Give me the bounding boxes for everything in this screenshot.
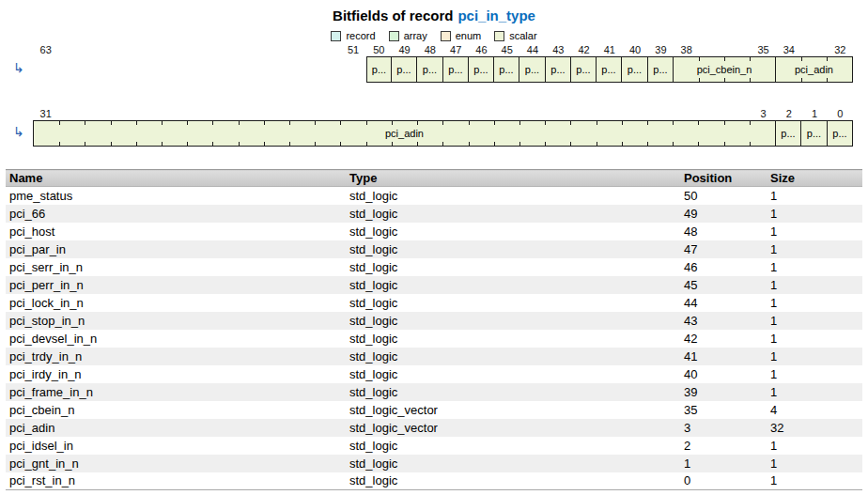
- table-row: pci_lock_in_nstd_logic441: [6, 294, 862, 312]
- bit-tick: [289, 142, 290, 146]
- cell-size: 1: [767, 258, 862, 276]
- bit-tick: [494, 142, 495, 146]
- bit-tick: [622, 121, 623, 125]
- cell-name: pci_perr_in_n: [6, 276, 346, 294]
- bitfield-cell: p...: [596, 56, 622, 83]
- bitfield-cell-label: p...: [576, 64, 590, 75]
- bit-tick: [136, 121, 137, 125]
- table-row: pci_irdy_in_nstd_logic401: [6, 365, 862, 383]
- bit-tick: [750, 121, 751, 125]
- bitfield-cell-label: p...: [396, 64, 411, 75]
- cell-position: 47: [680, 240, 767, 258]
- bitfield-cell: p...: [800, 120, 828, 147]
- bitfield-cell-label: pci_adin: [795, 64, 833, 75]
- bit-number: 34: [770, 44, 808, 55]
- cell-name: pci_gnt_in_n: [6, 455, 346, 472]
- cell-name: pci_66: [6, 205, 346, 223]
- bit-tick: [239, 142, 240, 146]
- cell-type: std_logic: [346, 187, 680, 205]
- bit-tick: [264, 121, 265, 125]
- page-title: Bitfields of recordpci_in_type: [0, 0, 868, 24]
- bitfield-cell: pci_adin: [33, 120, 776, 147]
- bit-number: 31: [27, 108, 65, 119]
- bitfield-cell-label: p...: [628, 64, 642, 75]
- bit-tick: [750, 78, 751, 82]
- fields-table: NameTypePositionSize pme_statusstd_logic…: [6, 169, 862, 490]
- cell-type: std_logic: [346, 240, 680, 258]
- bit-tick: [750, 57, 751, 61]
- table-row: pci_gnt_in_nstd_logic11: [6, 455, 862, 472]
- table-row: pci_perr_in_nstd_logic451: [6, 276, 862, 294]
- column-header-position: Position: [680, 170, 767, 187]
- bitfield-cell: p...: [442, 56, 469, 83]
- bit-tick: [570, 121, 571, 125]
- bitfield-cell-label: p...: [525, 64, 539, 75]
- bit-tick: [162, 142, 163, 146]
- legend-label: array: [404, 30, 427, 41]
- cell-type: std_logic: [346, 472, 680, 490]
- bit-tick: [570, 142, 571, 146]
- table-row: pci_serr_in_nstd_logic461: [6, 258, 862, 276]
- cell-name: pci_frame_in_n: [6, 383, 346, 401]
- bit-tick: [597, 142, 597, 146]
- cell-size: 1: [767, 187, 862, 205]
- bit-tick: [315, 142, 316, 146]
- bitfield-cell-label: p...: [601, 64, 615, 75]
- bitfield-cell-label: p...: [832, 128, 846, 139]
- bitfield-cell: p...: [391, 56, 417, 83]
- cell-size: 1: [767, 348, 862, 365]
- column-header-type: Type: [346, 170, 680, 187]
- cell-position: 3: [680, 419, 767, 437]
- bit-tick: [724, 57, 725, 61]
- bit-tick: [59, 121, 60, 125]
- bit-tick: [366, 142, 367, 146]
- bit-tick: [647, 142, 648, 146]
- bit-tick: [519, 142, 520, 146]
- cell-size: 1: [767, 240, 862, 258]
- cell-size: 1: [767, 365, 862, 383]
- bit-number: 38: [668, 44, 705, 55]
- bit-tick: [442, 142, 443, 146]
- bitfield-cell: p...: [775, 120, 801, 147]
- bit-tick: [136, 142, 137, 146]
- bit-tick: [724, 142, 725, 146]
- bitfield-cell-label: p...: [499, 64, 513, 75]
- cell-name: pci_trdy_in_n: [6, 348, 346, 365]
- table-row: pci_hoststd_logic481: [6, 223, 862, 240]
- bit-numbers: 313210: [0, 108, 868, 120]
- cell-position: 2: [680, 437, 767, 455]
- cell-type: std_logic: [346, 223, 680, 240]
- bit-tick: [366, 121, 367, 125]
- column-header-size: Size: [767, 170, 862, 187]
- bitfield-cell: pci_cbein_n: [673, 56, 776, 83]
- bit-tick: [673, 142, 674, 146]
- bit-cells: ↳pci_adinp...p...p...: [0, 120, 868, 147]
- bit-tick: [289, 121, 290, 125]
- bit-tick: [392, 121, 393, 125]
- bit-numbers: 635150494847464544434241403938353432: [0, 44, 868, 56]
- bit-tick: [827, 57, 828, 61]
- bit-tick: [698, 142, 699, 146]
- bitfield-diagram: 635150494847464544434241403938353432↳p..…: [0, 44, 868, 147]
- record-type-link[interactable]: pci_in_type: [457, 8, 535, 23]
- bitfield-cell: pci_adin: [775, 56, 853, 83]
- cell-type: std_logic: [346, 276, 680, 294]
- bitfield-cell-label: pci_adin: [385, 128, 424, 139]
- type-legend: recordarrayenumscalar: [0, 29, 868, 43]
- table-row: pci_idsel_instd_logic21: [6, 437, 862, 455]
- bitfield-cell: p...: [570, 56, 597, 83]
- bit-tick: [417, 121, 418, 125]
- bitfield-cell: p...: [827, 120, 853, 147]
- bitfield-cell: p...: [366, 56, 392, 83]
- cell-position: 42: [680, 330, 767, 348]
- bit-number: 63: [27, 44, 65, 55]
- bit-tick: [187, 121, 188, 125]
- bitfield-cell-label: p...: [781, 128, 795, 139]
- bitfield-row: 313210↳pci_adinp...p...p...: [0, 108, 868, 147]
- bitfield-cell-label: p...: [372, 64, 386, 75]
- cell-name: pci_rst_in_n: [6, 472, 346, 490]
- cell-type: std_logic: [346, 294, 680, 312]
- bit-cells: ↳p...p...p...p...p...p...p...p...p...p..…: [0, 56, 868, 84]
- legend-swatch-record: [331, 31, 341, 41]
- table-header-row: NameTypePositionSize: [6, 170, 862, 187]
